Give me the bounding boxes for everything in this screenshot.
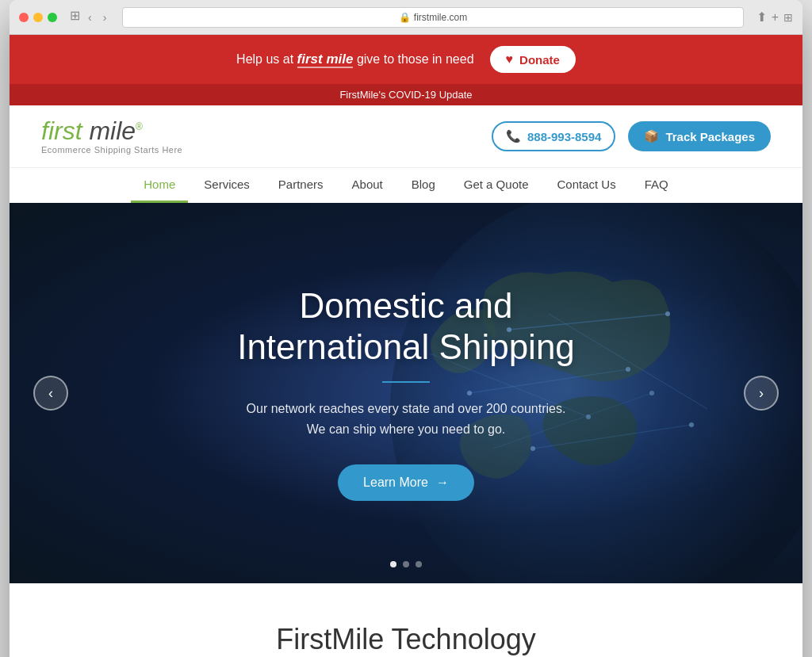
phone-button[interactable]: 📞 888-993-8594 bbox=[492, 121, 615, 151]
new-tab-button[interactable]: + bbox=[772, 10, 779, 25]
learn-more-button[interactable]: Learn More → bbox=[338, 464, 474, 501]
close-button[interactable] bbox=[19, 13, 29, 22]
logo-tagline: Ecommerce Shipping Starts Here bbox=[41, 145, 182, 155]
window-layout-icon: ⊞ bbox=[70, 8, 80, 27]
banner-logo: first mile bbox=[297, 52, 354, 68]
header: first mile® Ecommerce Shipping Starts He… bbox=[10, 105, 802, 167]
browser-controls bbox=[19, 13, 57, 22]
track-label: Track Packages bbox=[665, 130, 755, 143]
hero-prev-arrow[interactable]: ‹ bbox=[33, 376, 68, 411]
nav-get-a-quote[interactable]: Get a Quote bbox=[451, 168, 542, 203]
donate-button[interactable]: ♥ Donate bbox=[490, 46, 576, 73]
nav-services[interactable]: Services bbox=[191, 168, 262, 203]
minimize-button[interactable] bbox=[33, 13, 43, 22]
url-text: firstmile.com bbox=[414, 12, 467, 23]
forward-button[interactable]: › bbox=[100, 8, 110, 27]
bottom-title: FirstMile Technology bbox=[41, 623, 771, 656]
heart-icon: ♥ bbox=[506, 52, 514, 67]
logo-mile: mile bbox=[82, 117, 136, 145]
browser-actions: ⬆ + ⊞ bbox=[756, 10, 793, 25]
next-icon: › bbox=[759, 385, 764, 402]
nav-blog[interactable]: Blog bbox=[399, 168, 448, 203]
hero-subtitle: Our network reaches every state and over… bbox=[237, 399, 575, 439]
hero-section: ‹ Domestic and International Shipping Ou… bbox=[10, 203, 802, 583]
covid-banner[interactable]: FirstMile's COVID-19 Update bbox=[10, 84, 802, 105]
website-content: Help us at first mile give to those in n… bbox=[10, 35, 802, 657]
arrow-icon: → bbox=[436, 476, 449, 490]
nav-contact-us[interactable]: Contact Us bbox=[544, 168, 628, 203]
nav-faq[interactable]: FAQ bbox=[632, 168, 681, 203]
header-right: 📞 888-993-8594 📦 Track Packages bbox=[492, 121, 771, 151]
logo-brand: first mile® bbox=[41, 118, 182, 143]
address-bar[interactable]: 🔒 firstmile.com bbox=[122, 7, 743, 28]
back-button[interactable]: ‹ bbox=[85, 8, 95, 27]
hero-next-arrow[interactable]: › bbox=[744, 376, 779, 411]
hero-content: Domestic and International Shipping Our … bbox=[221, 285, 591, 502]
bottom-section: FirstMile Technology Giving you a leg up… bbox=[10, 583, 802, 657]
nav-home[interactable]: Home bbox=[131, 168, 188, 203]
security-icon: 🔒 bbox=[399, 12, 411, 23]
extensions-button[interactable]: ⊞ bbox=[783, 10, 793, 25]
logo[interactable]: first mile® Ecommerce Shipping Starts He… bbox=[41, 118, 182, 155]
main-nav: Home Services Partners About Blog Get a … bbox=[10, 167, 802, 203]
hero-divider bbox=[382, 381, 430, 383]
hero-dot-1[interactable] bbox=[390, 561, 396, 567]
track-packages-button[interactable]: 📦 Track Packages bbox=[628, 121, 771, 151]
hero-dot-2[interactable] bbox=[403, 561, 409, 567]
nav-about[interactable]: About bbox=[339, 168, 396, 203]
nav-partners[interactable]: Partners bbox=[266, 168, 336, 203]
logo-first: first bbox=[41, 117, 82, 145]
donation-banner: Help us at first mile give to those in n… bbox=[10, 35, 802, 84]
browser-titlebar: ⊞ ‹ › 🔒 firstmile.com ⬆ + ⊞ bbox=[10, 0, 802, 35]
donation-text: Help us at first mile give to those in n… bbox=[236, 52, 473, 67]
phone-icon: 📞 bbox=[506, 129, 521, 143]
share-button[interactable]: ⬆ bbox=[756, 10, 767, 25]
hero-dot-3[interactable] bbox=[416, 561, 422, 567]
phone-number: 888-993-8594 bbox=[527, 130, 601, 143]
browser-nav: ⊞ ‹ › bbox=[70, 8, 109, 27]
hero-title: Domestic and International Shipping bbox=[237, 285, 575, 369]
package-icon: 📦 bbox=[644, 129, 659, 143]
covid-text: FirstMile's COVID-19 Update bbox=[339, 89, 472, 101]
maximize-button[interactable] bbox=[48, 13, 57, 22]
prev-icon: ‹ bbox=[48, 385, 53, 402]
browser-window: ⊞ ‹ › 🔒 firstmile.com ⬆ + ⊞ Help us at f… bbox=[10, 0, 802, 657]
hero-pagination bbox=[390, 561, 422, 567]
